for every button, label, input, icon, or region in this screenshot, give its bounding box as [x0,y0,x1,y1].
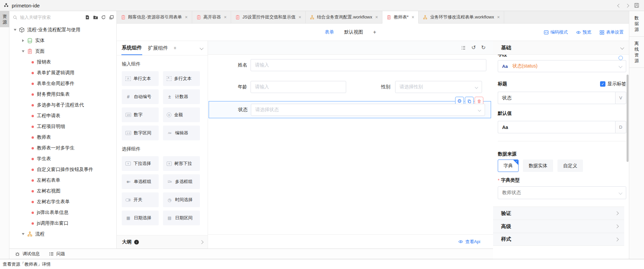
component-item[interactable]: 多行文本 [163,71,200,86]
component-item[interactable]: 单行文本 [122,71,159,86]
title-variable-button[interactable]: V [615,92,626,104]
code-mode-button[interactable]: 编码模式 [544,29,568,35]
close-icon[interactable]: × [412,14,414,20]
show-label-checkbox[interactable]: ✓ 显示标签 [600,81,626,87]
editor-tab[interactable]: 教师表* × [382,11,419,24]
preview-button[interactable]: 预览 [576,29,591,35]
default-value-d-button[interactable]: D [615,121,626,133]
caret-right-icon[interactable] [21,39,25,42]
tree-item[interactable]: 自定义窗口操作按钮及事件 [9,164,116,175]
default-value-input[interactable]: Aa [498,121,615,133]
checkbox-checked-icon[interactable]: ✓ [600,81,605,87]
editor-tab[interactable]: 结合业务查询配置.workflowx × [306,11,382,23]
debug-info-button[interactable]: 调试信息 [15,251,40,257]
form-settings-button[interactable]: 表单设置 [599,29,624,35]
view-api-link[interactable]: 查看Api [465,239,480,245]
component-item[interactable]: 下拉选择 [122,156,159,171]
collapse-palette-icon[interactable] [200,46,203,50]
tree-item[interactable]: js弹出表单信息 [9,207,116,218]
data-source-option[interactable]: 自定义 [557,160,583,172]
component-item[interactable]: 时间选择 [163,192,200,207]
section-row[interactable]: 样式 [493,233,624,246]
basic-section-header[interactable]: 基础 [493,41,629,55]
tree-item[interactable]: 教师表 [9,132,116,143]
redo-icon[interactable]: ↻ [481,45,486,50]
tree-item[interactable]: 财务费用归集表 [9,89,116,100]
close-icon[interactable]: × [497,14,500,20]
save-icon[interactable] [634,3,639,8]
tab-extend-components[interactable]: 扩展组件 [148,41,168,55]
tree-item[interactable]: 左树右视图 [9,186,116,196]
close-icon[interactable]: × [375,14,378,20]
close-icon[interactable]: × [299,14,301,20]
gender-select[interactable]: 请选择性别 [395,81,482,93]
title-input[interactable]: 状态 [498,92,615,104]
component-item[interactable]: 金额 [163,107,200,122]
tree-item[interactable]: 流程-业务流程配置与使用 [9,25,116,35]
right-strip-tab[interactable]: 离线资源 [629,37,644,68]
tree-item[interactable]: 教师表一对多学生 [9,143,116,153]
tree-item[interactable]: 实体 [9,35,116,46]
palette-menu-icon[interactable]: ≡ [174,46,176,50]
component-item[interactable]: 树形下拉 [163,156,200,171]
section-row[interactable]: 验证 [493,207,624,220]
scrollbar-thumb[interactable] [627,75,629,162]
tree-item[interactable]: 报销表 [9,57,116,68]
field-selector[interactable]: Aa 状态(status) [498,60,626,72]
outline-tree-icon[interactable] [461,45,466,50]
component-item[interactable]: 计数器 [163,89,200,104]
data-source-option[interactable]: 数据实体 [523,160,553,172]
search-input[interactable] [19,14,83,20]
add-view-button[interactable]: + [373,29,376,35]
tree-item[interactable]: 工程项目明细 [9,121,116,132]
close-icon[interactable]: × [185,14,187,20]
editor-tab[interactable]: JS设置控件提交值和显示值 × [231,11,306,23]
editor-tab[interactable]: 顾客信息-资源容器引用表单 × [117,11,192,23]
right-strip-tab[interactable]: 数据源 [629,11,644,37]
expand-outline-icon[interactable] [200,240,203,244]
data-source-option[interactable]: 字典 ✓ [498,160,519,172]
component-item[interactable]: 数字区间 [122,126,159,140]
selected-field-status[interactable]: 状态 请选择状态 [209,101,491,118]
tree-item[interactable]: 表单生命周起事件 [9,78,116,89]
component-item[interactable]: 自动编号 [122,89,159,104]
undo-icon[interactable]: ↺ [471,45,476,50]
component-item[interactable]: 多选框组 [163,174,200,189]
editor-tab[interactable]: 高开容器 × [192,11,231,23]
caret-down-icon[interactable] [21,233,25,235]
activity-tab-resources[interactable]: 资源 [0,11,9,27]
forward-icon[interactable] [626,3,629,8]
editor-tab[interactable]: 业务环节修改流程表单.workflowx × [419,11,504,23]
component-item[interactable]: 单选框组 [122,174,159,189]
component-item[interactable]: 数字 [122,107,159,122]
name-input[interactable]: 请输入 [251,59,486,71]
problems-button[interactable]: 问题 [49,251,65,257]
component-item[interactable]: 日期区间 [163,211,200,225]
tab-form[interactable]: 表单 [325,29,334,35]
tab-default-view[interactable]: 默认视图 [344,29,363,35]
refresh-icon[interactable] [101,14,106,20]
back-icon[interactable] [618,3,621,8]
tree-item[interactable]: 左树右学生表单 [9,196,116,207]
dict-type-select[interactable]: 教师状态 [498,186,626,199]
new-file-icon[interactable] [85,14,90,20]
tab-system-components[interactable]: 系统组件 [121,41,142,55]
section-row[interactable]: 高级 [493,220,624,233]
caret-down-icon[interactable] [13,29,17,31]
tree-item[interactable]: 页面 [9,46,116,57]
component-item[interactable]: 开关 [122,192,159,207]
tree-item[interactable]: 学生表 [9,153,116,164]
age-input[interactable]: 请输入 [251,81,346,93]
collapse-panel-icon[interactable] [109,14,114,20]
tree-item[interactable]: 工程申请表 [9,110,116,121]
tree-item[interactable]: 多选参与者子流程迭代 [9,100,116,110]
tree-item[interactable]: 左树右表单 [9,175,116,186]
component-item[interactable]: 日期选择 [122,211,159,225]
tree-item[interactable]: js调用弹出窗口 [9,218,116,229]
status-select[interactable]: 请选择状态 [251,104,485,116]
close-icon[interactable]: × [224,14,227,20]
new-folder-icon[interactable] [93,14,98,20]
tree-item[interactable]: 表单扩展逻辑调用 [9,68,116,78]
outline-bar[interactable]: 大纲 i [117,235,208,249]
tree-item[interactable]: 流程 [9,229,116,239]
